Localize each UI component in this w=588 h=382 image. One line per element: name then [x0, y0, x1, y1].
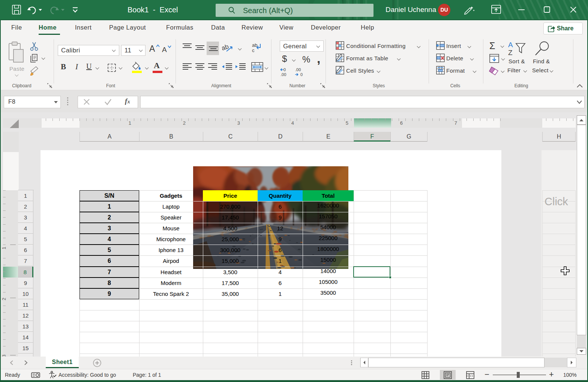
svg-text:0: 0: [300, 72, 303, 77]
svg-text:.00: .00: [295, 67, 301, 72]
svg-text:A: A: [508, 41, 513, 49]
svg-text:.00: .00: [280, 72, 286, 77]
svg-text:0: 0: [284, 67, 286, 72]
svg-text:Z: Z: [508, 49, 513, 56]
svg-text:c: c: [252, 48, 255, 53]
svg-text:ab: ab: [222, 43, 230, 52]
svg-text:ab: ab: [252, 42, 257, 48]
